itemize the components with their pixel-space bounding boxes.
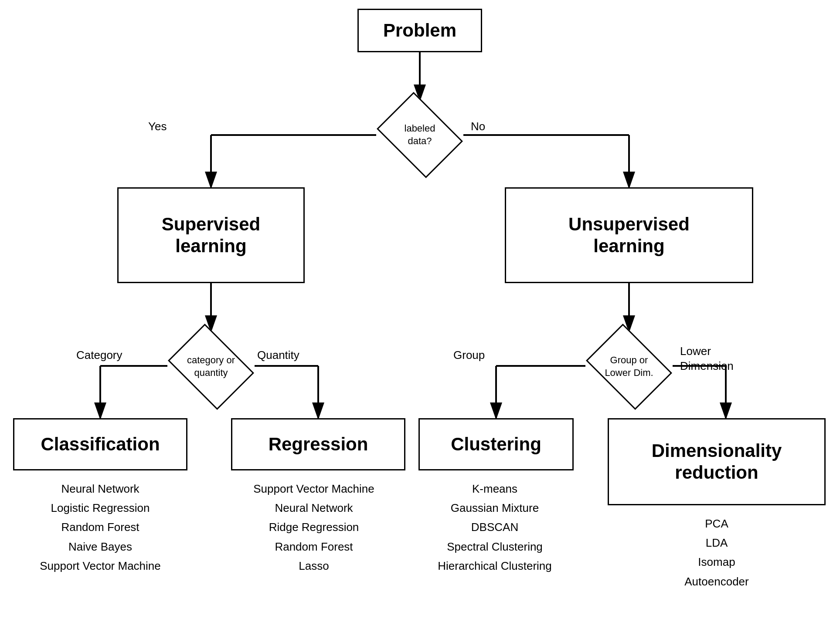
yes-label: Yes <box>148 120 167 133</box>
unsupervised-label: Unsupervisedlearning <box>568 213 690 257</box>
supervised-label: Supervisedlearning <box>162 213 260 257</box>
dim-reduction-box: Dimensionalityreduction <box>608 418 826 505</box>
list-item: K-means <box>388 479 602 498</box>
list-item: LDA <box>608 533 826 552</box>
list-item: PCA <box>608 514 826 533</box>
list-item: Ridge Regression <box>209 517 418 537</box>
list-item: Autoencoder <box>608 572 826 591</box>
dim-reduction-list: PCA LDA Isomap Autoencoder <box>608 514 826 591</box>
list-item: Hierarchical Clustering <box>388 556 602 575</box>
cat-qty-diamond: category orquantity <box>167 332 255 402</box>
problem-box: Problem <box>357 9 482 52</box>
regression-label: Regression <box>269 433 368 455</box>
list-item: Neural Network <box>13 479 187 498</box>
regression-list: Support Vector Machine Neural Network Ri… <box>209 479 418 575</box>
classification-label: Classification <box>41 433 160 455</box>
list-item: Random Forest <box>13 517 187 537</box>
flowchart: Problem labeleddata? Yes No Supervisedle… <box>0 0 840 629</box>
classification-list: Neural Network Logistic Regression Rando… <box>13 479 187 575</box>
unsupervised-box: Unsupervisedlearning <box>505 187 753 283</box>
list-item: Random Forest <box>209 537 418 556</box>
group-dim-label: Group orLower Dim. <box>605 354 653 379</box>
category-label: Category <box>76 348 122 362</box>
dim-reduction-label: Dimensionalityreduction <box>652 440 782 484</box>
problem-label: Problem <box>383 20 456 41</box>
lower-dim-label: LowerDimension <box>680 344 734 374</box>
group-label: Group <box>453 348 485 362</box>
list-item: Gaussian Mixture <box>388 498 602 517</box>
list-item: Logistic Regression <box>13 498 187 517</box>
cat-qty-label: category orquantity <box>187 354 235 379</box>
regression-box: Regression <box>231 418 405 470</box>
list-item: Support Vector Machine <box>209 479 418 498</box>
group-dim-diamond: Group orLower Dim. <box>585 332 673 402</box>
labeled-data-diamond: labeleddata? <box>376 102 463 168</box>
list-item: Support Vector Machine <box>13 556 187 575</box>
quantity-label: Quantity <box>257 348 299 362</box>
list-item: Lasso <box>209 556 418 575</box>
list-item: Naive Bayes <box>13 537 187 556</box>
labeled-data-label: labeleddata? <box>405 122 435 147</box>
list-item: Isomap <box>608 552 826 572</box>
no-label: No <box>471 120 485 133</box>
clustering-box: Clustering <box>418 418 574 470</box>
list-item: DBSCAN <box>388 517 602 537</box>
clustering-list: K-means Gaussian Mixture DBSCAN Spectral… <box>388 479 602 575</box>
clustering-label: Clustering <box>451 433 541 455</box>
classification-box: Classification <box>13 418 187 470</box>
supervised-box: Supervisedlearning <box>117 187 305 283</box>
list-item: Neural Network <box>209 498 418 517</box>
list-item: Spectral Clustering <box>388 537 602 556</box>
